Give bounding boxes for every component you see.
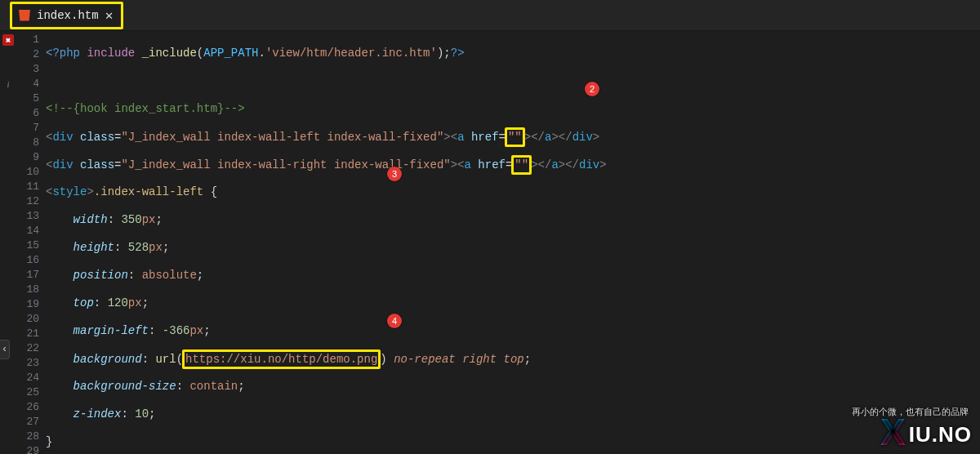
close-icon[interactable]: ✕	[105, 7, 114, 24]
tab-filename: index.htm	[37, 9, 99, 22]
highlight-href-1: ""	[505, 127, 525, 147]
code-editor[interactable]: ‹ ✖ i 1234567891011121314151617181920212…	[0, 31, 980, 454]
php-close: ?>	[451, 47, 465, 60]
html5-icon	[19, 10, 30, 21]
watermark-tagline: 再小的个微，也有自己的品牌	[852, 406, 969, 418]
php-open: <?php	[46, 47, 80, 60]
gutter-icon-strip: ✖ i	[0, 31, 16, 454]
badge-2: 2	[585, 82, 599, 96]
watermark-logo: 再小的个微，也有自己的品牌 X IU.NO	[880, 417, 972, 447]
code-area[interactable]: <?php include _include(APP_PATH.'view/ht…	[46, 31, 980, 454]
badge-4: 4	[387, 314, 402, 328]
line-number-gutter: 1234567891011121314151617181920212223242…	[16, 31, 46, 454]
badge-3: 3	[387, 167, 402, 181]
watermark-text: IU.NO	[909, 422, 972, 447]
watermark-x-icon: X	[880, 417, 906, 447]
gutter-error-icon[interactable]: ✖	[2, 34, 14, 46]
highlight-href-2: ""	[511, 155, 532, 175]
tab-index-htm[interactable]: index.htm ✕	[10, 2, 123, 29]
gutter-info-icon[interactable]: i	[0, 77, 16, 91]
hook-comment: <!--{hook index_start.htm}-->	[46, 102, 245, 115]
sidebar-collapse-chevron[interactable]: ‹	[0, 340, 10, 359]
tab-bar: index.htm ✕ 1	[0, 0, 980, 31]
highlight-url-1: https://xiu.no/http/demo.png	[182, 349, 381, 369]
